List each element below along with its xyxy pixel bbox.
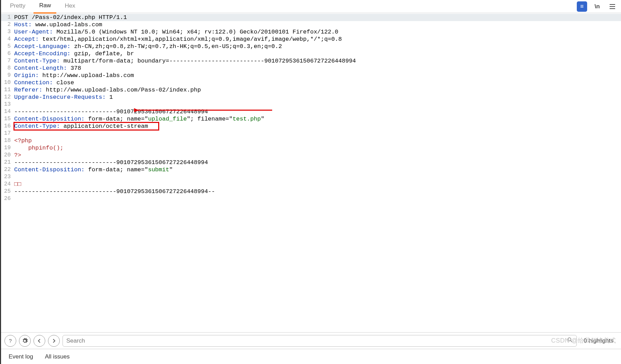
request-editor[interactable]: 1POST /Pass-02/index.php HTTP/1.1 2Host:… [1, 13, 621, 332]
search-input[interactable] [66, 337, 567, 344]
watermark: CSDN @给我杯冰美式 [551, 336, 616, 345]
highlighted-content-type: Content-Type: application/octet-stream [14, 123, 159, 130]
bottom-bar: Event log All issues [1, 349, 621, 364]
svg-text:?: ? [9, 338, 12, 344]
tab-pretty[interactable]: Pretty [4, 0, 31, 13]
search-bar: ? 0 highlights [1, 332, 621, 349]
view-tabs: Pretty Raw Hex ≡ \n [1, 0, 621, 13]
show-newlines-button[interactable]: \n [592, 1, 602, 12]
menu-icon[interactable] [607, 1, 618, 12]
tab-hex[interactable]: Hex [59, 0, 80, 13]
event-log-link[interactable]: Event log [9, 353, 33, 360]
tab-raw[interactable]: Raw [34, 0, 56, 13]
settings-gear-icon[interactable] [19, 335, 31, 347]
help-icon[interactable]: ? [4, 335, 16, 347]
search-input-container [63, 335, 577, 347]
next-match-icon[interactable] [48, 335, 60, 347]
all-issues-link[interactable]: All issues [45, 353, 70, 360]
wrap-lines-icon[interactable]: ≡ [577, 1, 587, 12]
prev-match-icon[interactable] [34, 335, 45, 347]
